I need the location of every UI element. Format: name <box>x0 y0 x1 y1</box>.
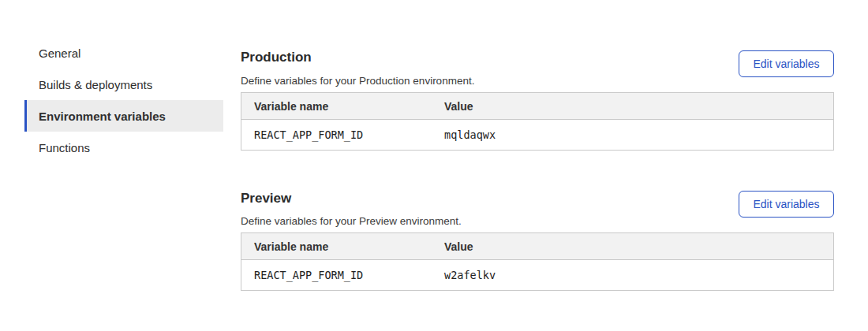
preview-edit-variables-button[interactable]: Edit variables <box>739 191 834 218</box>
sidebar-item-functions[interactable]: Functions <box>24 132 223 163</box>
sidebar-item-general[interactable]: General <box>24 37 223 69</box>
column-header-variable-name: Variable name <box>241 240 432 253</box>
variable-name-cell: REACT_APP_FORM_ID <box>241 269 432 281</box>
variable-value-cell: mqldaqwx <box>432 128 833 141</box>
variable-name-cell: REACT_APP_FORM_ID <box>241 128 432 141</box>
column-header-variable-name: Variable name <box>241 100 432 113</box>
table-header-row: Variable name Value <box>241 233 833 260</box>
preview-section-description: Define variables for your Preview enviro… <box>241 215 462 228</box>
production-variables-table: Variable name Value REACT_APP_FORM_ID mq… <box>241 92 834 151</box>
column-header-value: Value <box>432 100 833 113</box>
column-header-value: Value <box>432 240 833 253</box>
settings-sidebar: General Builds & deployments Environment… <box>24 37 223 163</box>
production-edit-variables-button[interactable]: Edit variables <box>739 50 834 77</box>
sidebar-item-environment-variables[interactable]: Environment variables <box>24 100 223 132</box>
variable-value-cell: w2afelkv <box>432 269 833 281</box>
table-row: REACT_APP_FORM_ID w2afelkv <box>241 260 833 290</box>
table-header-row: Variable name Value <box>241 93 833 120</box>
production-section-title: Production <box>241 50 312 65</box>
preview-section-title: Preview <box>241 191 291 206</box>
sidebar-item-builds-deployments[interactable]: Builds & deployments <box>24 69 223 100</box>
production-section-description: Define variables for your Production env… <box>241 75 474 87</box>
preview-variables-table: Variable name Value REACT_APP_FORM_ID w2… <box>241 232 834 291</box>
table-row: REACT_APP_FORM_ID mqldaqwx <box>241 120 833 150</box>
